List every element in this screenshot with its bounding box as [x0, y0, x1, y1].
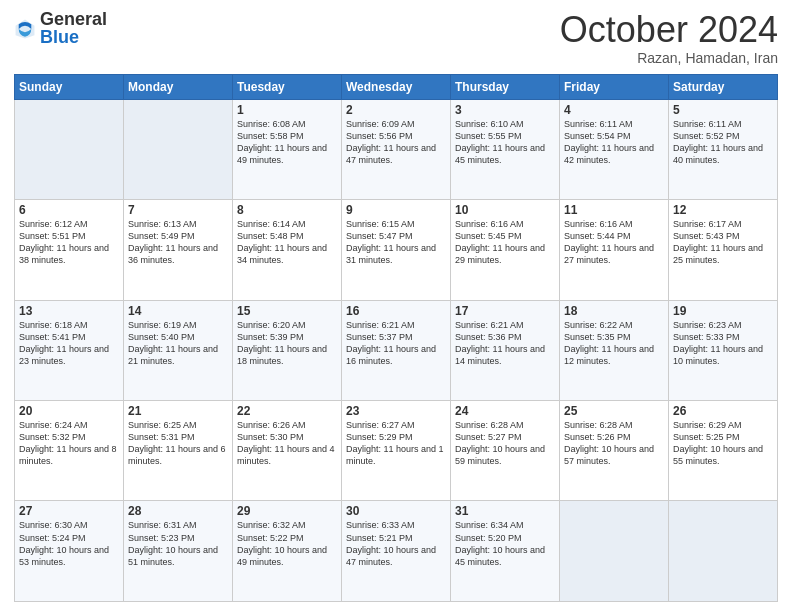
cell-details: Sunrise: 6:21 AMSunset: 5:36 PMDaylight:…	[455, 319, 555, 368]
day-number: 6	[19, 203, 119, 217]
day-number: 8	[237, 203, 337, 217]
calendar-cell: 22Sunrise: 6:26 AMSunset: 5:30 PMDayligh…	[233, 401, 342, 501]
col-sunday: Sunday	[15, 74, 124, 99]
cell-details: Sunrise: 6:11 AMSunset: 5:54 PMDaylight:…	[564, 118, 664, 167]
day-number: 25	[564, 404, 664, 418]
col-thursday: Thursday	[451, 74, 560, 99]
day-number: 12	[673, 203, 773, 217]
calendar-cell: 4Sunrise: 6:11 AMSunset: 5:54 PMDaylight…	[560, 99, 669, 199]
calendar-cell: 9Sunrise: 6:15 AMSunset: 5:47 PMDaylight…	[342, 200, 451, 300]
day-number: 19	[673, 304, 773, 318]
cell-details: Sunrise: 6:09 AMSunset: 5:56 PMDaylight:…	[346, 118, 446, 167]
calendar-cell: 6Sunrise: 6:12 AMSunset: 5:51 PMDaylight…	[15, 200, 124, 300]
cell-details: Sunrise: 6:18 AMSunset: 5:41 PMDaylight:…	[19, 319, 119, 368]
calendar-cell: 29Sunrise: 6:32 AMSunset: 5:22 PMDayligh…	[233, 501, 342, 602]
cell-details: Sunrise: 6:29 AMSunset: 5:25 PMDaylight:…	[673, 419, 773, 468]
calendar-cell: 17Sunrise: 6:21 AMSunset: 5:36 PMDayligh…	[451, 300, 560, 400]
calendar-cell: 20Sunrise: 6:24 AMSunset: 5:32 PMDayligh…	[15, 401, 124, 501]
logo-text: General Blue	[40, 10, 107, 47]
cell-details: Sunrise: 6:16 AMSunset: 5:45 PMDaylight:…	[455, 218, 555, 267]
page: General Blue October 2024 Razan, Hamadan…	[0, 0, 792, 612]
calendar-cell: 30Sunrise: 6:33 AMSunset: 5:21 PMDayligh…	[342, 501, 451, 602]
location-subtitle: Razan, Hamadan, Iran	[560, 50, 778, 66]
cell-details: Sunrise: 6:21 AMSunset: 5:37 PMDaylight:…	[346, 319, 446, 368]
cell-details: Sunrise: 6:13 AMSunset: 5:49 PMDaylight:…	[128, 218, 228, 267]
day-number: 13	[19, 304, 119, 318]
calendar-cell: 15Sunrise: 6:20 AMSunset: 5:39 PMDayligh…	[233, 300, 342, 400]
logo: General Blue	[14, 10, 107, 47]
calendar-cell	[124, 99, 233, 199]
day-number: 22	[237, 404, 337, 418]
day-number: 9	[346, 203, 446, 217]
day-number: 23	[346, 404, 446, 418]
col-wednesday: Wednesday	[342, 74, 451, 99]
calendar-week-row: 13Sunrise: 6:18 AMSunset: 5:41 PMDayligh…	[15, 300, 778, 400]
calendar-cell: 28Sunrise: 6:31 AMSunset: 5:23 PMDayligh…	[124, 501, 233, 602]
cell-details: Sunrise: 6:10 AMSunset: 5:55 PMDaylight:…	[455, 118, 555, 167]
calendar-cell: 27Sunrise: 6:30 AMSunset: 5:24 PMDayligh…	[15, 501, 124, 602]
cell-details: Sunrise: 6:17 AMSunset: 5:43 PMDaylight:…	[673, 218, 773, 267]
calendar-cell	[560, 501, 669, 602]
col-tuesday: Tuesday	[233, 74, 342, 99]
cell-details: Sunrise: 6:25 AMSunset: 5:31 PMDaylight:…	[128, 419, 228, 468]
cell-details: Sunrise: 6:11 AMSunset: 5:52 PMDaylight:…	[673, 118, 773, 167]
day-number: 17	[455, 304, 555, 318]
calendar-cell: 25Sunrise: 6:28 AMSunset: 5:26 PMDayligh…	[560, 401, 669, 501]
day-number: 16	[346, 304, 446, 318]
calendar-cell: 24Sunrise: 6:28 AMSunset: 5:27 PMDayligh…	[451, 401, 560, 501]
calendar-cell: 8Sunrise: 6:14 AMSunset: 5:48 PMDaylight…	[233, 200, 342, 300]
calendar-cell: 11Sunrise: 6:16 AMSunset: 5:44 PMDayligh…	[560, 200, 669, 300]
day-number: 7	[128, 203, 228, 217]
calendar-cell: 13Sunrise: 6:18 AMSunset: 5:41 PMDayligh…	[15, 300, 124, 400]
title-area: October 2024 Razan, Hamadan, Iran	[560, 10, 778, 66]
day-number: 1	[237, 103, 337, 117]
logo-icon	[14, 18, 36, 40]
col-saturday: Saturday	[669, 74, 778, 99]
cell-details: Sunrise: 6:30 AMSunset: 5:24 PMDaylight:…	[19, 519, 119, 568]
cell-details: Sunrise: 6:28 AMSunset: 5:26 PMDaylight:…	[564, 419, 664, 468]
cell-details: Sunrise: 6:12 AMSunset: 5:51 PMDaylight:…	[19, 218, 119, 267]
calendar-cell: 16Sunrise: 6:21 AMSunset: 5:37 PMDayligh…	[342, 300, 451, 400]
cell-details: Sunrise: 6:27 AMSunset: 5:29 PMDaylight:…	[346, 419, 446, 468]
calendar-cell: 2Sunrise: 6:09 AMSunset: 5:56 PMDaylight…	[342, 99, 451, 199]
cell-details: Sunrise: 6:08 AMSunset: 5:58 PMDaylight:…	[237, 118, 337, 167]
calendar-cell: 21Sunrise: 6:25 AMSunset: 5:31 PMDayligh…	[124, 401, 233, 501]
calendar-cell: 19Sunrise: 6:23 AMSunset: 5:33 PMDayligh…	[669, 300, 778, 400]
day-number: 26	[673, 404, 773, 418]
calendar-cell	[15, 99, 124, 199]
cell-details: Sunrise: 6:28 AMSunset: 5:27 PMDaylight:…	[455, 419, 555, 468]
calendar-week-row: 1Sunrise: 6:08 AMSunset: 5:58 PMDaylight…	[15, 99, 778, 199]
cell-details: Sunrise: 6:26 AMSunset: 5:30 PMDaylight:…	[237, 419, 337, 468]
day-number: 20	[19, 404, 119, 418]
day-number: 11	[564, 203, 664, 217]
logo-general: General	[40, 10, 107, 28]
calendar-week-row: 27Sunrise: 6:30 AMSunset: 5:24 PMDayligh…	[15, 501, 778, 602]
day-number: 15	[237, 304, 337, 318]
day-number: 29	[237, 504, 337, 518]
cell-details: Sunrise: 6:23 AMSunset: 5:33 PMDaylight:…	[673, 319, 773, 368]
calendar-week-row: 6Sunrise: 6:12 AMSunset: 5:51 PMDaylight…	[15, 200, 778, 300]
cell-details: Sunrise: 6:32 AMSunset: 5:22 PMDaylight:…	[237, 519, 337, 568]
calendar-cell: 23Sunrise: 6:27 AMSunset: 5:29 PMDayligh…	[342, 401, 451, 501]
cell-details: Sunrise: 6:24 AMSunset: 5:32 PMDaylight:…	[19, 419, 119, 468]
day-number: 5	[673, 103, 773, 117]
day-number: 4	[564, 103, 664, 117]
day-number: 31	[455, 504, 555, 518]
day-number: 10	[455, 203, 555, 217]
calendar-cell: 12Sunrise: 6:17 AMSunset: 5:43 PMDayligh…	[669, 200, 778, 300]
day-number: 28	[128, 504, 228, 518]
col-friday: Friday	[560, 74, 669, 99]
calendar-cell	[669, 501, 778, 602]
cell-details: Sunrise: 6:14 AMSunset: 5:48 PMDaylight:…	[237, 218, 337, 267]
logo-blue: Blue	[40, 27, 79, 47]
cell-details: Sunrise: 6:20 AMSunset: 5:39 PMDaylight:…	[237, 319, 337, 368]
day-number: 3	[455, 103, 555, 117]
cell-details: Sunrise: 6:22 AMSunset: 5:35 PMDaylight:…	[564, 319, 664, 368]
calendar-week-row: 20Sunrise: 6:24 AMSunset: 5:32 PMDayligh…	[15, 401, 778, 501]
calendar-header-row: Sunday Monday Tuesday Wednesday Thursday…	[15, 74, 778, 99]
day-number: 27	[19, 504, 119, 518]
cell-details: Sunrise: 6:33 AMSunset: 5:21 PMDaylight:…	[346, 519, 446, 568]
calendar-cell: 31Sunrise: 6:34 AMSunset: 5:20 PMDayligh…	[451, 501, 560, 602]
cell-details: Sunrise: 6:15 AMSunset: 5:47 PMDaylight:…	[346, 218, 446, 267]
header: General Blue October 2024 Razan, Hamadan…	[14, 10, 778, 66]
